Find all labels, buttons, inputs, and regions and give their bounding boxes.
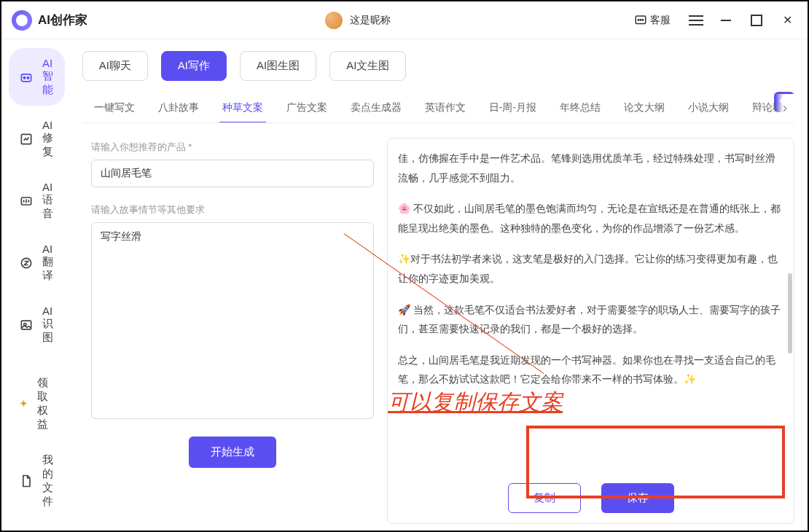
sidebar-item-ai-repair[interactable]: AI修复: [9, 110, 65, 168]
sidebar-item-label: AI修复: [42, 119, 55, 159]
output-actions: 复制 保存: [398, 473, 785, 513]
product-input[interactable]: [91, 160, 374, 187]
sidebar-item-label: 领取权益: [37, 376, 55, 431]
sidebar-item-label: AI语音: [42, 181, 55, 221]
logo-wrap: AI创作家: [12, 10, 87, 31]
output-paragraph: 🌸 不仅如此，山间居毛笔的墨色饱满而均匀，无论是在宣纸还是在普通的纸张上，都能呈…: [398, 199, 782, 238]
detail-field-label: 请输入故事情节等其他要求: [91, 203, 374, 216]
sub-tab[interactable]: 英语作文: [422, 94, 469, 122]
header-right: 客服: [628, 10, 797, 31]
output-paragraph: ✨对于书法初学者来说，这支笔是极好的入门选择。它让你的练习变得更加有趣，也让你的…: [398, 249, 782, 288]
sub-tab[interactable]: 日-周-月报: [486, 94, 539, 122]
sidebar-item-label: AI识图: [42, 305, 55, 345]
svg-point-3: [642, 19, 644, 20]
app-title: AI创作家: [38, 12, 87, 28]
sidebar: AI智能 AI修复 AI语音 AI翻译 AI识图 ✦ 领取权益 我的文件: [1, 39, 72, 531]
main-panel: AI聊天 AI写作 AI图生图 AI文生图 一键写文 八卦故事 种草文案 广告文…: [72, 39, 808, 531]
output-paragraph: 🚀 当然，这款毛笔不仅适合书法爱好者，对于需要签字的职场人士、需要写字的孩子们，…: [398, 300, 782, 339]
mode-tab-img2img[interactable]: AI图生图: [240, 51, 316, 81]
sub-tab-active[interactable]: 种草文案: [219, 94, 266, 123]
mode-tabs: AI聊天 AI写作 AI图生图 AI文生图: [82, 51, 794, 81]
avatar-icon[interactable]: [325, 12, 343, 29]
app-logo-icon: [12, 10, 32, 31]
sidebar-item-label: 我的文件: [42, 453, 55, 509]
output-scrollbar[interactable]: [788, 146, 792, 465]
svg-point-6: [27, 77, 29, 79]
sidebar-item-label: AI翻译: [42, 243, 55, 283]
minimize-button[interactable]: [716, 10, 736, 31]
form-column: 请输入你想推荐的产品 请输入故事情节等其他要求 开始生成: [82, 138, 374, 524]
translate-icon: [19, 256, 34, 270]
copy-button[interactable]: 复制: [508, 483, 581, 513]
vision-icon: [19, 318, 34, 332]
hamburger-icon: [689, 20, 703, 21]
sidebar-item-label: AI智能: [42, 57, 55, 97]
sidebar-item-ai-translate[interactable]: AI翻译: [9, 234, 65, 292]
sub-tab[interactable]: 年终总结: [557, 94, 603, 122]
svg-point-1: [638, 19, 639, 20]
voice-icon: [19, 194, 34, 208]
sub-tabs: 一键写文 八卦故事 种草文案 广告文案 卖点生成器 英语作文 日-周-月报 年终…: [82, 94, 794, 123]
sidebar-item-my-files[interactable]: 我的文件: [9, 445, 65, 517]
chevron-right-icon: [780, 103, 790, 114]
svg-point-2: [640, 19, 641, 20]
mode-tab-write[interactable]: AI写作: [161, 51, 227, 81]
sidebar-item-ai-vision[interactable]: AI识图: [9, 296, 65, 353]
sidebar-item-ai-voice[interactable]: AI语音: [9, 172, 65, 230]
mode-tab-txt2img[interactable]: AI文生图: [329, 51, 406, 81]
close-button[interactable]: [777, 10, 797, 31]
save-button[interactable]: 保存: [601, 483, 674, 513]
menu-button[interactable]: [687, 20, 706, 21]
sub-tab[interactable]: 广告文案: [284, 94, 330, 122]
output-paragraph: 佳，仿佛握在手中是一件艺术品。笔锋则选用优质羊毛，经过特殊处理，书写时丝滑流畅，…: [398, 149, 782, 187]
header-bar: AI创作家 这是昵称 客服: [1, 1, 808, 39]
nickname-label: 这是昵称: [350, 14, 391, 27]
product-field-label: 请输入你想推荐的产品: [91, 141, 374, 154]
sub-tab[interactable]: 一键写文: [91, 94, 138, 122]
detail-textarea[interactable]: [91, 222, 374, 419]
svg-rect-4: [21, 74, 31, 81]
sub-tab[interactable]: 卖点生成器: [348, 94, 404, 122]
kefu-label: 客服: [650, 14, 671, 27]
sub-tabs-more[interactable]: [775, 94, 794, 122]
output-column: 佳，仿佛握在手中是一件艺术品。笔锋则选用优质羊毛，经过特殊处理，书写时丝滑流畅，…: [387, 138, 794, 524]
sidebar-item-rewards[interactable]: ✦ 领取权益: [9, 367, 65, 440]
generate-button[interactable]: 开始生成: [189, 437, 276, 468]
mode-tab-chat[interactable]: AI聊天: [82, 51, 148, 81]
repair-icon: [19, 132, 34, 146]
ai-smart-icon: [19, 70, 34, 85]
chat-icon: [634, 14, 647, 27]
header-center: 这是昵称: [87, 12, 628, 29]
sidebar-item-ai-smart[interactable]: AI智能: [9, 48, 65, 106]
customer-service-button[interactable]: 客服: [628, 11, 676, 30]
sub-tab[interactable]: 小说大纲: [685, 94, 732, 122]
svg-point-5: [23, 77, 26, 79]
reward-icon: ✦: [19, 396, 28, 411]
file-icon: [19, 474, 34, 488]
output-text: 佳，仿佛握在手中是一件艺术品。笔锋则选用优质羊毛，经过特殊处理，书写时丝滑流畅，…: [398, 149, 785, 473]
maximize-button[interactable]: [746, 10, 767, 31]
sub-tab[interactable]: 八卦故事: [155, 94, 202, 122]
sub-tab[interactable]: 论文大纲: [621, 94, 668, 122]
output-paragraph: 总之，山间居毛笔是我近期发现的一个书写神器。如果你也在寻找一支适合自己的毛笔，那…: [398, 351, 782, 389]
